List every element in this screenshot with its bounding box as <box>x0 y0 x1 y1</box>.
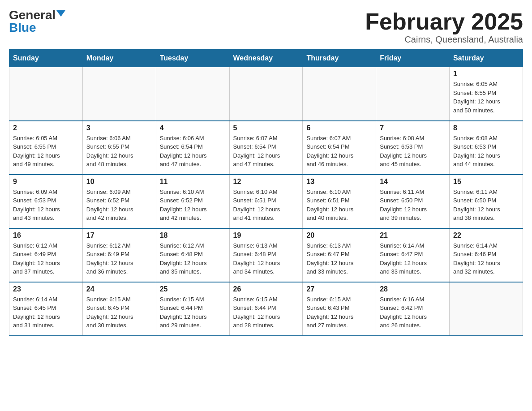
header-day-saturday: Saturday <box>450 50 523 67</box>
calendar-cell <box>229 67 303 121</box>
day-info: Sunrise: 6:10 AMSunset: 6:51 PMDaylight:… <box>306 188 372 223</box>
day-number: 3 <box>86 124 152 132</box>
week-row-3: 16Sunrise: 6:12 AMSunset: 6:49 PMDayligh… <box>9 228 523 282</box>
calendar-cell: 2Sunrise: 6:05 AMSunset: 6:55 PMDaylight… <box>9 121 83 175</box>
week-row-1: 2Sunrise: 6:05 AMSunset: 6:55 PMDaylight… <box>9 121 523 175</box>
day-info: Sunrise: 6:12 AMSunset: 6:48 PMDaylight:… <box>160 241 226 276</box>
calendar-cell: 11Sunrise: 6:10 AMSunset: 6:52 PMDayligh… <box>156 175 229 228</box>
calendar-cell: 24Sunrise: 6:15 AMSunset: 6:45 PMDayligh… <box>82 282 156 336</box>
day-info: Sunrise: 6:07 AMSunset: 6:54 PMDaylight:… <box>306 134 372 169</box>
day-info: Sunrise: 6:11 AMSunset: 6:50 PMDaylight:… <box>453 188 519 223</box>
calendar-cell: 19Sunrise: 6:13 AMSunset: 6:48 PMDayligh… <box>229 228 303 282</box>
day-number: 19 <box>233 231 299 240</box>
logo-blue-text: Blue <box>9 21 36 34</box>
day-info: Sunrise: 6:08 AMSunset: 6:53 PMDaylight:… <box>453 134 519 169</box>
day-number: 20 <box>306 231 372 240</box>
logo-triangle-icon <box>56 10 65 17</box>
day-number: 22 <box>453 231 519 240</box>
page-subtitle: Cairns, Queensland, Australia <box>365 34 523 45</box>
calendar-cell: 4Sunrise: 6:06 AMSunset: 6:54 PMDaylight… <box>156 121 229 175</box>
logo-general-text: General <box>9 9 56 21</box>
day-number: 8 <box>453 124 519 132</box>
day-info: Sunrise: 6:12 AMSunset: 6:49 PMDaylight:… <box>13 241 79 276</box>
day-number: 24 <box>86 285 152 293</box>
day-number: 23 <box>13 285 79 293</box>
day-info: Sunrise: 6:10 AMSunset: 6:51 PMDaylight:… <box>233 188 299 223</box>
day-info: Sunrise: 6:07 AMSunset: 6:54 PMDaylight:… <box>233 134 299 169</box>
calendar-cell <box>82 67 156 121</box>
week-row-4: 23Sunrise: 6:14 AMSunset: 6:45 PMDayligh… <box>9 282 523 336</box>
day-info: Sunrise: 6:12 AMSunset: 6:49 PMDaylight:… <box>86 241 152 276</box>
day-number: 7 <box>380 124 446 132</box>
day-number: 6 <box>306 124 372 132</box>
calendar-table: SundayMondayTuesdayWednesdayThursdayFrid… <box>9 49 523 336</box>
day-number: 10 <box>86 178 152 186</box>
day-number: 4 <box>160 124 226 132</box>
calendar-cell <box>450 282 523 336</box>
day-info: Sunrise: 6:13 AMSunset: 6:48 PMDaylight:… <box>233 241 299 276</box>
day-number: 12 <box>233 178 299 186</box>
calendar-cell: 22Sunrise: 6:14 AMSunset: 6:46 PMDayligh… <box>450 228 523 282</box>
day-info: Sunrise: 6:13 AMSunset: 6:47 PMDaylight:… <box>306 241 372 276</box>
calendar-cell: 26Sunrise: 6:15 AMSunset: 6:44 PMDayligh… <box>229 282 303 336</box>
header-day-thursday: Thursday <box>303 50 376 67</box>
calendar-cell: 5Sunrise: 6:07 AMSunset: 6:54 PMDaylight… <box>229 121 303 175</box>
day-info: Sunrise: 6:05 AMSunset: 6:55 PMDaylight:… <box>13 134 79 169</box>
day-info: Sunrise: 6:16 AMSunset: 6:42 PMDaylight:… <box>380 295 446 330</box>
day-info: Sunrise: 6:06 AMSunset: 6:55 PMDaylight:… <box>86 134 152 169</box>
header-day-sunday: Sunday <box>9 50 83 67</box>
calendar-cell: 13Sunrise: 6:10 AMSunset: 6:51 PMDayligh… <box>303 175 376 228</box>
day-number: 14 <box>380 178 446 186</box>
calendar-cell: 17Sunrise: 6:12 AMSunset: 6:49 PMDayligh… <box>82 228 156 282</box>
day-info: Sunrise: 6:09 AMSunset: 6:53 PMDaylight:… <box>13 188 79 223</box>
calendar-cell: 25Sunrise: 6:15 AMSunset: 6:44 PMDayligh… <box>156 282 229 336</box>
header-day-monday: Monday <box>82 50 156 67</box>
day-info: Sunrise: 6:14 AMSunset: 6:46 PMDaylight:… <box>453 241 519 276</box>
calendar-cell: 6Sunrise: 6:07 AMSunset: 6:54 PMDaylight… <box>303 121 376 175</box>
day-info: Sunrise: 6:14 AMSunset: 6:45 PMDaylight:… <box>13 295 79 330</box>
calendar-cell: 8Sunrise: 6:08 AMSunset: 6:53 PMDaylight… <box>450 121 523 175</box>
calendar-cell: 10Sunrise: 6:09 AMSunset: 6:52 PMDayligh… <box>82 175 156 228</box>
calendar-cell: 23Sunrise: 6:14 AMSunset: 6:45 PMDayligh… <box>9 282 83 336</box>
day-number: 5 <box>233 124 299 132</box>
day-info: Sunrise: 6:15 AMSunset: 6:44 PMDaylight:… <box>160 295 226 330</box>
logo: General Blue <box>9 9 65 34</box>
day-info: Sunrise: 6:05 AMSunset: 6:55 PMDaylight:… <box>453 80 519 115</box>
day-info: Sunrise: 6:15 AMSunset: 6:43 PMDaylight:… <box>306 295 372 330</box>
day-number: 25 <box>160 285 226 293</box>
calendar-cell: 14Sunrise: 6:11 AMSunset: 6:50 PMDayligh… <box>376 175 450 228</box>
calendar-cell: 9Sunrise: 6:09 AMSunset: 6:53 PMDaylight… <box>9 175 83 228</box>
day-number: 2 <box>13 124 79 132</box>
calendar-header: SundayMondayTuesdayWednesdayThursdayFrid… <box>9 50 523 67</box>
day-number: 18 <box>160 231 226 240</box>
day-number: 13 <box>306 178 372 186</box>
day-number: 11 <box>160 178 226 186</box>
calendar-cell: 12Sunrise: 6:10 AMSunset: 6:51 PMDayligh… <box>229 175 303 228</box>
day-number: 1 <box>453 70 519 78</box>
title-block: February 2025 Cairns, Queensland, Austra… <box>365 9 523 45</box>
calendar-cell: 27Sunrise: 6:15 AMSunset: 6:43 PMDayligh… <box>303 282 376 336</box>
calendar-cell <box>376 67 450 121</box>
page-title: February 2025 <box>365 9 523 34</box>
week-row-2: 9Sunrise: 6:09 AMSunset: 6:53 PMDaylight… <box>9 175 523 228</box>
calendar-cell: 15Sunrise: 6:11 AMSunset: 6:50 PMDayligh… <box>450 175 523 228</box>
day-info: Sunrise: 6:14 AMSunset: 6:47 PMDaylight:… <box>380 241 446 276</box>
calendar-cell: 16Sunrise: 6:12 AMSunset: 6:49 PMDayligh… <box>9 228 83 282</box>
day-info: Sunrise: 6:11 AMSunset: 6:50 PMDaylight:… <box>380 188 446 223</box>
calendar-body: 1Sunrise: 6:05 AMSunset: 6:55 PMDaylight… <box>9 67 523 336</box>
header-day-tuesday: Tuesday <box>156 50 229 67</box>
day-number: 27 <box>306 285 372 293</box>
calendar-cell: 21Sunrise: 6:14 AMSunset: 6:47 PMDayligh… <box>376 228 450 282</box>
day-info: Sunrise: 6:15 AMSunset: 6:44 PMDaylight:… <box>233 295 299 330</box>
calendar-cell: 20Sunrise: 6:13 AMSunset: 6:47 PMDayligh… <box>303 228 376 282</box>
calendar-cell: 1Sunrise: 6:05 AMSunset: 6:55 PMDaylight… <box>450 67 523 121</box>
day-number: 26 <box>233 285 299 293</box>
week-row-0: 1Sunrise: 6:05 AMSunset: 6:55 PMDaylight… <box>9 67 523 121</box>
calendar-cell: 18Sunrise: 6:12 AMSunset: 6:48 PMDayligh… <box>156 228 229 282</box>
day-info: Sunrise: 6:15 AMSunset: 6:45 PMDaylight:… <box>86 295 152 330</box>
day-number: 9 <box>13 178 79 186</box>
day-info: Sunrise: 6:09 AMSunset: 6:52 PMDaylight:… <box>86 188 152 223</box>
day-info: Sunrise: 6:10 AMSunset: 6:52 PMDaylight:… <box>160 188 226 223</box>
day-number: 17 <box>86 231 152 240</box>
day-number: 16 <box>13 231 79 240</box>
